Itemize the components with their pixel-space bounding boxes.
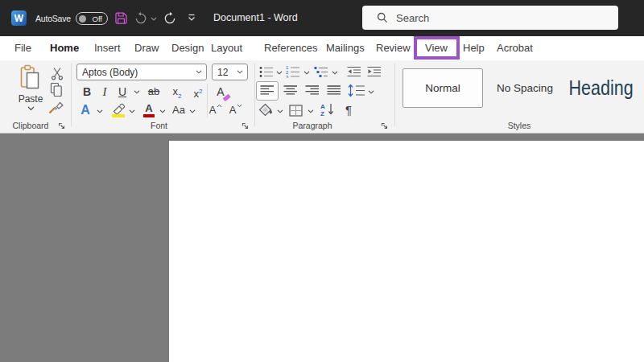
sort-icon[interactable]: A Z (320, 102, 335, 117)
grow-font-button[interactable]: A (208, 102, 224, 118)
borders-dropdown-icon[interactable] (308, 109, 314, 113)
font-size-value: 12 (217, 67, 237, 78)
undo-dropdown-icon[interactable] (151, 17, 157, 21)
chevron-down-icon (196, 70, 202, 74)
underline-dropdown-icon[interactable] (134, 90, 140, 94)
bullets-dropdown-icon[interactable] (276, 71, 283, 75)
title-bar: W AutoSave Off Document1 - Wo (0, 0, 644, 36)
pilcrow-button[interactable]: ¶ (341, 102, 356, 118)
word-app-icon[interactable]: W (11, 10, 27, 26)
shrink-font-button[interactable]: A (228, 102, 244, 118)
increase-indent-icon[interactable] (367, 66, 382, 77)
cut-icon[interactable] (51, 67, 64, 80)
justify-icon[interactable] (327, 85, 341, 96)
subscript-button[interactable]: x2 (169, 84, 185, 100)
format-painter-icon[interactable] (47, 98, 64, 115)
borders-icon[interactable] (289, 105, 303, 117)
autosave-label: AutoSave (35, 14, 71, 23)
ribbon: Paste Clipboard Aptos (Body) (0, 60, 644, 134)
autosave-toggle[interactable]: Off (76, 12, 108, 25)
align-left-icon[interactable] (260, 85, 275, 96)
superscript-button[interactable]: x2 (190, 84, 206, 100)
font-family-value: Aptos (Body) (82, 67, 196, 78)
line-spacing-icon[interactable] (348, 84, 365, 97)
search-icon (377, 12, 388, 23)
strikethrough-button[interactable]: ab (144, 84, 163, 100)
word-window: W AutoSave Off Document1 - Wo (0, 0, 644, 362)
numbering-icon[interactable]: 1 2 3 (286, 65, 300, 78)
font-size-combo[interactable]: 12 (212, 64, 248, 80)
autosave-state: Off (93, 14, 103, 23)
styles-group-label: Styles (394, 121, 644, 130)
copy-icon[interactable] (50, 82, 63, 97)
align-center-icon[interactable] (283, 85, 298, 96)
document-background (0, 134, 644, 362)
shading-dropdown-icon[interactable] (277, 109, 283, 113)
save-icon[interactable] (114, 11, 128, 25)
style-heading[interactable]: Heading (559, 68, 643, 108)
change-case-dropdown-icon[interactable] (189, 109, 196, 113)
font-color-button[interactable]: A (142, 102, 156, 118)
style-normal[interactable]: Normal (402, 68, 483, 108)
svg-text:A: A (320, 103, 325, 110)
tab-home[interactable]: Home (50, 36, 79, 60)
view-tab-highlight-box (414, 36, 460, 60)
tab-references[interactable]: References (264, 36, 317, 60)
bullets-icon[interactable] (259, 66, 274, 78)
document-title: Document1 - Word (213, 12, 298, 23)
italic-button[interactable]: I (98, 84, 111, 100)
numbering-dropdown-icon[interactable] (303, 71, 310, 75)
clipboard-group-label: Clipboard (0, 121, 61, 130)
redo-icon[interactable] (163, 11, 177, 25)
qat-dropdown-icon[interactable] (188, 14, 196, 22)
highlight-color-button[interactable] (109, 101, 127, 118)
text-effects-button[interactable]: A (77, 102, 93, 118)
group-separator (254, 64, 255, 126)
font-family-combo[interactable]: Aptos (Body) (76, 64, 207, 80)
text-effects-dropdown-icon[interactable] (97, 109, 103, 113)
multilevel-dropdown-icon[interactable] (332, 71, 338, 75)
multilevel-list-icon[interactable] (314, 66, 328, 78)
line-spacing-dropdown-icon[interactable] (368, 90, 374, 94)
tab-draw[interactable]: Draw (134, 36, 159, 60)
tab-insert[interactable]: Insert (94, 36, 121, 60)
ribbon-tabs: File Home Insert Draw Design Layout Refe… (0, 36, 644, 60)
highlight-dropdown-icon[interactable] (129, 109, 135, 113)
autosave-toggle-knob (79, 15, 86, 23)
svg-text:Z: Z (320, 110, 324, 117)
decrease-indent-icon[interactable] (347, 66, 361, 77)
align-right-icon[interactable] (305, 85, 320, 96)
tab-mailings[interactable]: Mailings (326, 36, 365, 60)
tab-review[interactable]: Review (376, 36, 411, 60)
tab-file[interactable]: File (14, 36, 31, 60)
svg-text:3: 3 (286, 75, 289, 79)
paste-dropdown-icon[interactable] (27, 106, 35, 111)
paste-icon[interactable] (19, 64, 40, 90)
group-separator (71, 64, 72, 126)
bold-button[interactable]: B (80, 84, 94, 100)
font-dialog-launcher[interactable] (242, 122, 249, 130)
undo-icon[interactable] (134, 11, 148, 25)
clear-formatting-button[interactable]: A (213, 84, 229, 100)
document-page[interactable] (169, 141, 644, 362)
tab-design[interactable]: Design (171, 36, 204, 60)
style-no-spacing[interactable]: No Spacing (486, 68, 564, 108)
font-group-label: Font (76, 121, 242, 130)
font-color-dropdown-icon[interactable] (159, 109, 166, 113)
group-separator (394, 64, 395, 126)
tab-help[interactable]: Help (463, 36, 485, 60)
paragraph-group-label: Paragraph (256, 121, 369, 130)
chevron-down-icon (237, 70, 243, 74)
paragraph-dialog-launcher[interactable] (381, 122, 388, 130)
search-box[interactable]: Search (362, 6, 618, 30)
change-case-button[interactable]: Aa (170, 102, 188, 118)
search-placeholder: Search (396, 12, 429, 24)
underline-button[interactable]: U (116, 84, 129, 100)
clipboard-dialog-launcher[interactable] (58, 122, 65, 130)
shading-icon[interactable] (258, 103, 274, 117)
tab-acrobat[interactable]: Acrobat (497, 36, 533, 60)
tab-layout[interactable]: Layout (211, 36, 242, 60)
